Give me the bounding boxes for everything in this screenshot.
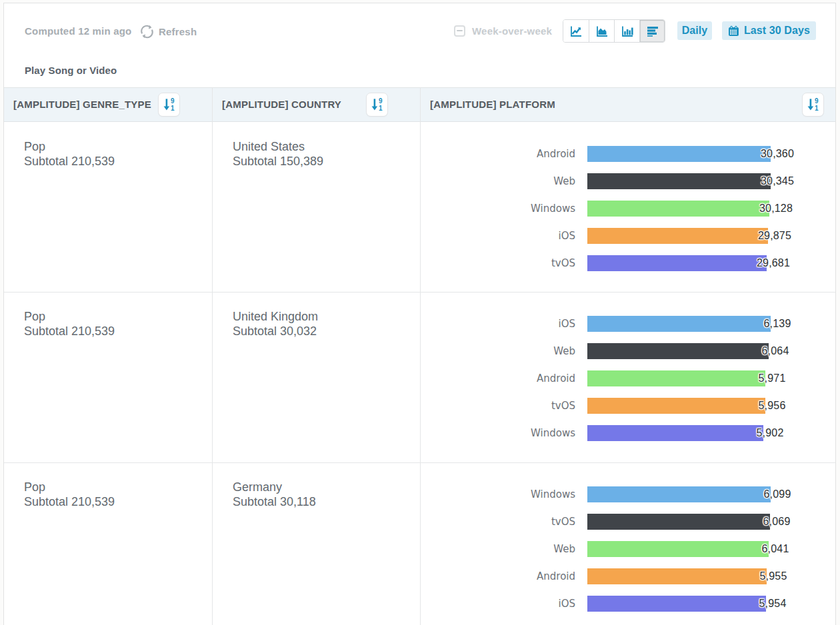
genre-name: Pop — [24, 139, 115, 154]
bar-item: tvOS 29,681 — [421, 255, 835, 271]
bar[interactable] — [587, 255, 767, 271]
country-name: United Kingdom — [233, 309, 318, 324]
bar-item: iOS 29,875 — [421, 228, 835, 244]
bar-value: 5,956 — [758, 398, 785, 414]
date-range-label: Last 30 Days — [744, 25, 810, 37]
genre-subtotal: Subtotal 210,539 — [24, 154, 115, 169]
bar-label: Android — [421, 568, 575, 584]
sort-platform-button[interactable]: 9 1 — [802, 93, 824, 117]
bar[interactable] — [587, 370, 765, 386]
interval-daily-button[interactable]: Daily — [677, 21, 712, 40]
bar-item: Web 6,041 — [421, 541, 835, 557]
amplitude-segmentation-view: Computed 12 min ago Refresh Week-over-we… — [0, 0, 840, 625]
bar-item: Web 30,345 — [421, 173, 835, 189]
genre-name: Pop — [24, 480, 115, 494]
bar-value: 5,954 — [759, 596, 786, 612]
sort-descending-icon: 9 1 — [805, 97, 821, 113]
sort-descending-icon: 9 1 — [369, 97, 385, 113]
week-over-week-label: Week-over-week — [472, 25, 552, 37]
bar-value: 30,360 — [761, 146, 794, 162]
bar-label: Android — [421, 370, 575, 386]
table-row: Pop Subtotal 210,539 Germany Subtotal 30… — [4, 462, 835, 625]
bar-value: 5,902 — [756, 425, 783, 441]
country-cell: United Kingdom Subtotal 30,032 — [233, 309, 318, 338]
bar[interactable] — [587, 201, 769, 217]
genre-name: Pop — [24, 309, 115, 324]
platform-bar-chart: Android 30,360 Web 30,345 Windows 30,128… — [421, 122, 835, 292]
platform-bar-chart: Windows 6,099 tvOS 6,069 Web 6,041 Andro… — [421, 462, 835, 625]
genre-cell: Pop Subtotal 210,539 — [24, 309, 115, 338]
bar-value: 6,069 — [763, 514, 790, 530]
genre-subtotal: Subtotal 210,539 — [24, 494, 115, 509]
country-name: United States — [233, 139, 323, 154]
bar[interactable] — [587, 514, 770, 530]
bar[interactable] — [587, 541, 769, 557]
bar-label: Web — [421, 173, 575, 189]
event-name: Play Song or Video — [25, 65, 117, 76]
table-row: Pop Subtotal 210,539 United States Subto… — [4, 122, 835, 292]
bar[interactable] — [587, 486, 771, 502]
country-subtotal: Subtotal 30,118 — [233, 494, 316, 509]
refresh-button[interactable]: Refresh — [139, 23, 197, 40]
svg-text:1: 1 — [171, 105, 175, 112]
calendar-icon — [728, 25, 739, 37]
genre-cell: Pop Subtotal 210,539 — [24, 480, 115, 509]
column-header-country: [AMPLITUDE] COUNTRY — [222, 88, 341, 121]
bar-item: Windows 6,099 — [421, 486, 835, 502]
bar-label: Web — [421, 343, 575, 359]
bar[interactable] — [587, 596, 766, 612]
bar[interactable] — [587, 228, 768, 244]
bar-label: tvOS — [421, 398, 575, 414]
chart-type-switcher — [563, 19, 665, 43]
table-row: Pop Subtotal 210,539 United Kingdom Subt… — [4, 292, 835, 462]
genre-cell: Pop Subtotal 210,539 — [24, 139, 115, 169]
bar-label: tvOS — [421, 514, 575, 530]
bar-item: tvOS 5,956 — [421, 398, 835, 414]
country-cell: United States Subtotal 150,389 — [233, 139, 323, 169]
minus-checkbox-icon — [454, 25, 465, 37]
horizontal-bar-chart-type-button[interactable] — [639, 20, 665, 42]
area-chart-icon — [595, 25, 609, 38]
genre-subtotal: Subtotal 210,539 — [24, 324, 115, 338]
bar[interactable] — [587, 398, 765, 414]
bar-label: Android — [421, 146, 575, 162]
svg-text:1: 1 — [379, 105, 383, 112]
line-chart-type-button[interactable] — [563, 20, 589, 42]
bar-value: 6,041 — [761, 541, 789, 557]
bar-value: 30,345 — [761, 173, 794, 189]
bar-item: tvOS 6,069 — [421, 514, 835, 530]
bar-label: iOS — [421, 316, 575, 332]
country-name: Germany — [233, 480, 316, 494]
sort-country-button[interactable]: 9 1 — [366, 93, 388, 117]
bar-value: 29,875 — [758, 228, 791, 244]
week-over-week-toggle[interactable]: Week-over-week — [454, 21, 552, 41]
bar-value: 5,971 — [758, 370, 785, 386]
bar[interactable] — [587, 568, 767, 584]
bar-label: iOS — [421, 596, 575, 612]
bar[interactable] — [587, 173, 771, 189]
bar-item: iOS 5,954 — [421, 596, 835, 612]
bar-value: 6,139 — [763, 316, 791, 332]
bar[interactable] — [587, 343, 769, 359]
bar-item: Android 30,360 — [421, 146, 835, 162]
sort-descending-icon: 9 1 — [161, 97, 177, 113]
svg-text:1: 1 — [815, 105, 819, 112]
area-chart-type-button[interactable] — [589, 20, 614, 42]
bar[interactable] — [587, 425, 763, 441]
bar-label: tvOS — [421, 255, 575, 271]
computed-timestamp: Computed 12 min ago — [25, 25, 131, 37]
bar-item: Web 6,064 — [421, 343, 835, 359]
platform-bar-chart: iOS 6,139 Web 6,064 Android 5,971 tvOS 5… — [421, 292, 835, 462]
bar-label: Web — [421, 541, 575, 557]
bar-item: iOS 6,139 — [421, 316, 835, 332]
refresh-label: Refresh — [159, 26, 197, 37]
bar[interactable] — [587, 146, 771, 162]
column-chart-type-button[interactable] — [614, 20, 639, 42]
date-range-button[interactable]: Last 30 Days — [722, 21, 816, 40]
bar-value: 30,128 — [759, 201, 793, 217]
bar-label: Windows — [421, 201, 575, 217]
bar-value: 6,099 — [763, 486, 791, 502]
bar-item: Android 5,955 — [421, 568, 835, 584]
sort-genre-type-button[interactable]: 9 1 — [158, 93, 180, 117]
bar[interactable] — [587, 316, 771, 332]
